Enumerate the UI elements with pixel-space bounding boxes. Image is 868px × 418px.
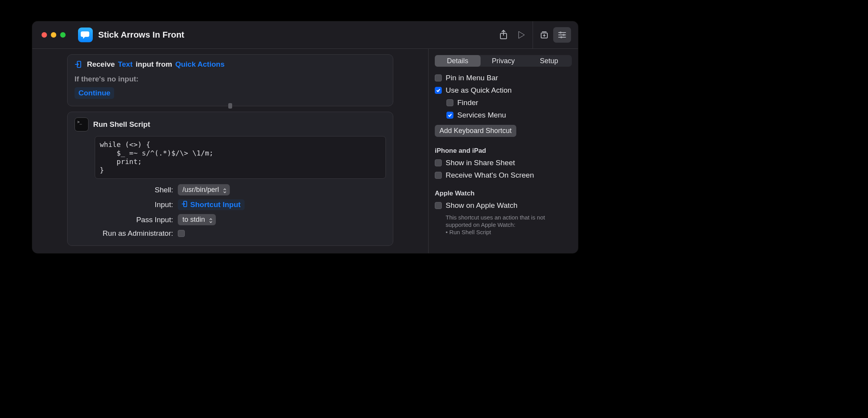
input-icon bbox=[182, 200, 187, 209]
close-window-button[interactable] bbox=[42, 32, 47, 38]
run-admin-checkbox[interactable] bbox=[178, 230, 185, 237]
no-input-fallback-button[interactable]: Continue bbox=[75, 87, 114, 99]
watch-note: This shortcut uses an action that is not… bbox=[446, 214, 572, 236]
shell-label: Shell: bbox=[75, 186, 178, 194]
chevron-updown-icon bbox=[223, 187, 227, 193]
services-menu-checkbox[interactable] bbox=[446, 112, 453, 119]
receive-source-link[interactable]: Quick Actions bbox=[175, 60, 224, 69]
inspector-tabs: Details Privacy Setup bbox=[435, 55, 572, 67]
pass-input-label: Pass Input: bbox=[75, 216, 178, 224]
canvas[interactable]: Receive Text input from Quick Actions If… bbox=[32, 49, 428, 253]
terminal-icon: >_ bbox=[75, 117, 89, 131]
run-button[interactable] bbox=[512, 27, 530, 43]
receive-word: Receive bbox=[87, 60, 115, 69]
input-label: Input: bbox=[75, 200, 178, 209]
pin-menubar-label: Pin in Menu Bar bbox=[446, 74, 498, 82]
pass-input-value: to stdin bbox=[182, 216, 205, 224]
shell-select[interactable]: /usr/bin/perl bbox=[178, 184, 230, 195]
chevron-updown-icon bbox=[209, 217, 213, 223]
receive-screen-checkbox[interactable] bbox=[435, 172, 442, 179]
shell-value: /usr/bin/perl bbox=[182, 186, 219, 194]
inspector-sidebar: Details Privacy Setup Pin in Menu Bar Us… bbox=[428, 49, 578, 253]
script-text-field[interactable]: while (<>) { $_ =~ s/^(.*)$/\> \1/m; pri… bbox=[95, 136, 386, 179]
share-sheet-checkbox[interactable] bbox=[435, 159, 442, 166]
shortcut-app-icon bbox=[78, 28, 93, 42]
minimize-window-button[interactable] bbox=[51, 32, 56, 38]
watch-heading: Apple Watch bbox=[435, 190, 572, 197]
tab-setup[interactable]: Setup bbox=[526, 55, 572, 67]
pin-menubar-checkbox[interactable] bbox=[435, 74, 442, 81]
quick-action-label: Use as Quick Action bbox=[446, 86, 512, 95]
show-watch-checkbox[interactable] bbox=[435, 202, 442, 209]
no-input-label: If there's no input: bbox=[75, 75, 386, 83]
run-shell-script-action[interactable]: >_ Run Shell Script while (<>) { $_ =~ s… bbox=[67, 112, 393, 246]
receive-type-link[interactable]: Text bbox=[118, 60, 133, 69]
traffic-lights bbox=[42, 32, 66, 38]
connection-notch bbox=[228, 103, 232, 109]
receive-input-card[interactable]: Receive Text input from Quick Actions If… bbox=[67, 54, 393, 106]
ios-heading: iPhone and iPad bbox=[435, 147, 572, 155]
quick-action-checkbox[interactable] bbox=[435, 87, 442, 94]
tab-privacy[interactable]: Privacy bbox=[481, 55, 526, 67]
zoom-window-button[interactable] bbox=[60, 32, 66, 38]
receive-screen-label: Receive What's On Screen bbox=[446, 171, 534, 180]
titlebar: Stick Arrows In Front bbox=[32, 21, 578, 49]
library-toggle-button[interactable] bbox=[535, 27, 553, 43]
input-icon bbox=[75, 61, 82, 68]
finder-label: Finder bbox=[457, 98, 478, 107]
pass-input-select[interactable]: to stdin bbox=[178, 214, 216, 225]
tab-details[interactable]: Details bbox=[435, 55, 481, 67]
input-token[interactable]: Shortcut Input bbox=[178, 199, 245, 210]
action-title: Run Shell Script bbox=[93, 120, 150, 129]
input-token-label: Shortcut Input bbox=[190, 200, 241, 209]
services-menu-label: Services Menu bbox=[457, 111, 506, 119]
finder-checkbox[interactable] bbox=[446, 99, 453, 106]
shortcut-title[interactable]: Stick Arrows In Front bbox=[98, 30, 184, 40]
show-watch-label: Show on Apple Watch bbox=[446, 201, 517, 210]
run-admin-label: Run as Administrator: bbox=[75, 229, 178, 238]
share-sheet-label: Show in Share Sheet bbox=[446, 159, 515, 167]
shortcuts-editor-window: Stick Arrows In Front Receive T bbox=[32, 21, 578, 253]
toolbar-divider bbox=[533, 21, 533, 49]
inspector-toggle-button[interactable] bbox=[553, 27, 571, 43]
share-button[interactable] bbox=[495, 27, 512, 43]
add-keyboard-shortcut-button[interactable]: Add Keyboard Shortcut bbox=[435, 125, 516, 137]
receive-from-word: input from bbox=[136, 60, 172, 69]
